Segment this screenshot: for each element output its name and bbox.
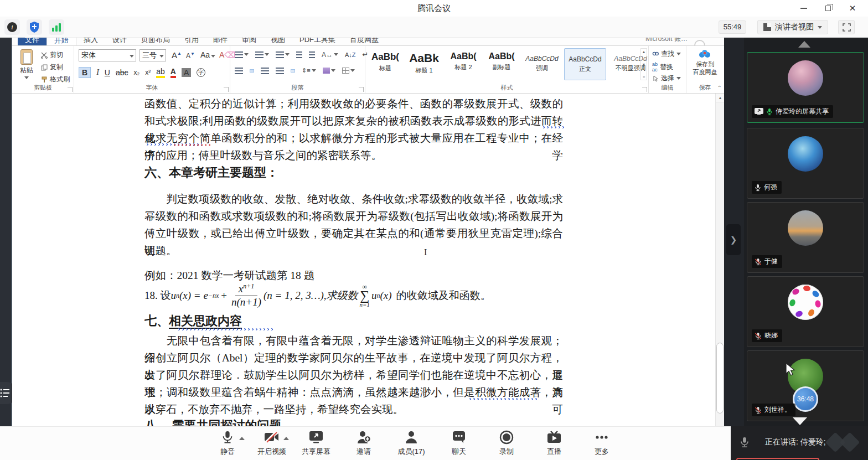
align-center-button[interactable] bbox=[250, 69, 254, 73]
tab-view[interactable]: 视图 bbox=[264, 38, 292, 46]
find-button[interactable]: 查找 bbox=[652, 49, 681, 59]
live-button[interactable]: 直播 bbox=[530, 430, 578, 457]
minimize-button[interactable] bbox=[792, 0, 816, 17]
meeting-info-button[interactable]: i bbox=[4, 19, 20, 35]
align-right-button[interactable] bbox=[261, 68, 269, 74]
save-to-baidu-line2: 百度网盘 bbox=[686, 68, 724, 76]
borders-button[interactable] bbox=[342, 68, 355, 74]
bold-button[interactable]: B bbox=[79, 67, 91, 78]
justify-button[interactable] bbox=[276, 68, 284, 74]
align-left-button[interactable] bbox=[235, 68, 243, 74]
tab-baidu-netdisk[interactable]: 百度网盘 bbox=[343, 38, 386, 46]
participant-tile[interactable]: 晓娜 bbox=[747, 276, 864, 347]
tab-review[interactable]: 审阅 bbox=[235, 38, 264, 46]
fullscreen-button[interactable] bbox=[838, 20, 855, 34]
close-button[interactable]: ✕ bbox=[840, 0, 865, 17]
style-subtitle[interactable]: AaBb( 副标题 bbox=[483, 48, 520, 80]
collapse-ribbon-button[interactable]: ⌃ bbox=[717, 85, 722, 91]
copy-button[interactable]: 复制 bbox=[41, 63, 63, 72]
subscript-button[interactable]: x₂ bbox=[134, 69, 140, 76]
increase-indent-button[interactable] bbox=[309, 51, 315, 58]
tab-design[interactable]: 设计 bbox=[105, 38, 134, 46]
participant-tile-sharer[interactable]: 侍爱玲的屏幕共享 bbox=[747, 52, 864, 123]
account-avatar[interactable] bbox=[694, 40, 705, 46]
superscript-button[interactable]: x² bbox=[145, 69, 151, 76]
shrink-font-button[interactable]: A▼ bbox=[186, 51, 195, 60]
more-button[interactable]: 更多 bbox=[578, 430, 626, 457]
mic-options-caret[interactable] bbox=[239, 437, 245, 440]
document-scrollbar[interactable]: ▲ bbox=[715, 94, 724, 426]
highlight-button[interactable]: ab bbox=[156, 67, 165, 78]
mute-button[interactable]: 静音 bbox=[204, 430, 251, 457]
tab-references[interactable]: 引用 bbox=[177, 38, 206, 46]
save-to-baidu-button[interactable]: 保存到 百度网盘 bbox=[686, 60, 724, 76]
restore-button[interactable] bbox=[816, 0, 840, 17]
document-canvas[interactable]: 函数值、定积分的近似计算；利用级数收敛的必要条件、函数的幂级数展开式、级数的 和… bbox=[12, 94, 724, 426]
font-color-button[interactable]: A bbox=[170, 67, 176, 78]
chat-button[interactable]: 聊天 bbox=[435, 430, 483, 457]
tab-insert[interactable]: 插入 bbox=[76, 38, 105, 46]
participants-scroll-up[interactable] bbox=[798, 41, 810, 48]
asian-layout-button[interactable]: A↔ bbox=[322, 51, 338, 59]
tab-pdf-tools[interactable]: PDF工具集 bbox=[292, 38, 343, 46]
invite-button[interactable]: 邀请 bbox=[340, 430, 388, 457]
share-screen-button[interactable]: 共享屏幕 bbox=[292, 430, 340, 457]
participant-tile[interactable]: 何强 bbox=[747, 128, 864, 199]
styles-dialog-launcher[interactable] bbox=[642, 87, 647, 92]
avatar bbox=[788, 285, 823, 320]
tab-layout[interactable]: 页面布局 bbox=[134, 38, 177, 46]
decrease-indent-button[interactable] bbox=[296, 51, 302, 58]
participant-tile[interactable]: 于健 bbox=[747, 202, 864, 273]
participant-tile[interactable]: 36:48 刘世祥。 bbox=[747, 350, 864, 421]
info-icon: i bbox=[7, 22, 17, 32]
ms-account-label[interactable]: Microsoft 账… bbox=[645, 38, 688, 44]
members-button[interactable]: 成员(17) bbox=[388, 430, 435, 457]
tab-mailings[interactable]: 邮件 bbox=[206, 38, 235, 46]
style-heading2[interactable]: AaBb( 标题 2 bbox=[445, 48, 482, 80]
style-heading[interactable]: AaBb( 标题 bbox=[368, 48, 403, 80]
clipboard-dialog-launcher[interactable] bbox=[68, 87, 73, 92]
multilevel-list-button[interactable] bbox=[276, 51, 290, 58]
font-name-select[interactable]: 宋体 bbox=[79, 49, 136, 61]
paragraph-dialog-launcher[interactable] bbox=[359, 87, 364, 92]
replace-button[interactable]: abac 替换 bbox=[652, 61, 673, 73]
camera-options-caret[interactable] bbox=[283, 437, 289, 440]
scroll-up-button[interactable]: ▲ bbox=[716, 94, 724, 102]
shading-button[interactable] bbox=[323, 68, 335, 74]
distribute-button[interactable] bbox=[291, 69, 295, 73]
font-size-select[interactable]: 三号 bbox=[140, 49, 166, 61]
format-painter-button[interactable]: 格式刷 bbox=[41, 75, 70, 84]
line-spacing-button[interactable]: ⇕≡ bbox=[302, 67, 316, 74]
style-emphasis[interactable]: AaBbCcDd 强调 bbox=[521, 48, 562, 80]
chevron-down-icon bbox=[24, 76, 29, 79]
enclose-char-button[interactable]: 字 bbox=[197, 68, 205, 77]
underline-button[interactable]: U bbox=[105, 68, 110, 77]
italic-button[interactable]: I bbox=[96, 68, 99, 77]
font-dialog-launcher[interactable] bbox=[224, 87, 229, 92]
record-icon bbox=[499, 430, 514, 445]
view-mode-button[interactable]: 演讲者视图 bbox=[757, 20, 828, 34]
scrollbar-thumb[interactable] bbox=[716, 343, 724, 414]
style-normal[interactable]: AaBbCcDd 正文 bbox=[564, 48, 606, 80]
char-shading-button[interactable]: A bbox=[182, 68, 191, 77]
select-button[interactable]: 选择 bbox=[652, 74, 681, 83]
styles-scroll-strip[interactable]: ▲ ▼ ≡ bbox=[640, 48, 647, 80]
tab-file[interactable]: 文件 bbox=[18, 38, 46, 46]
style-heading1[interactable]: AaBk 标题 1 bbox=[405, 48, 443, 80]
participants-scroll-down[interactable] bbox=[793, 417, 807, 425]
numbering-button[interactable] bbox=[255, 51, 269, 58]
network-status-button[interactable] bbox=[49, 19, 64, 35]
change-case-button[interactable]: Aa bbox=[200, 50, 215, 59]
paste-button[interactable]: 粘贴 bbox=[16, 48, 38, 82]
tab-home[interactable]: 开始 bbox=[46, 38, 76, 46]
record-button[interactable]: 录制 bbox=[483, 430, 530, 457]
bullets-button[interactable] bbox=[235, 51, 249, 58]
security-button[interactable] bbox=[27, 19, 42, 35]
cut-button[interactable]: 剪切 bbox=[41, 50, 63, 60]
collapse-sidebar-handle[interactable]: ❯ bbox=[726, 224, 741, 255]
grow-font-button[interactable]: A▲ bbox=[172, 50, 182, 60]
strikethrough-button[interactable]: abc bbox=[116, 68, 128, 77]
end-meeting-button-clipped[interactable] bbox=[736, 458, 819, 460]
camera-button[interactable]: 开启视频 bbox=[248, 430, 296, 457]
sort-button[interactable]: A↓Z bbox=[345, 51, 356, 58]
